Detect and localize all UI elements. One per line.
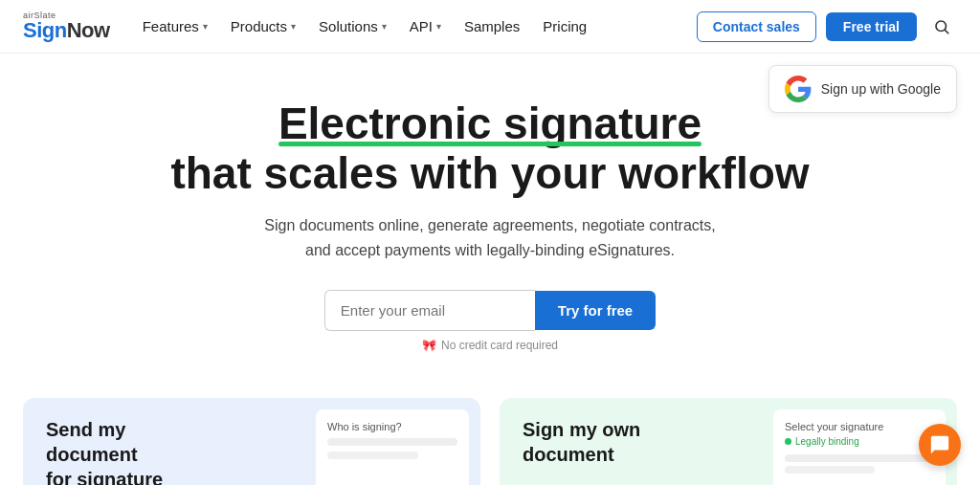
signature-input-line2	[785, 466, 875, 474]
who-is-signing-input2	[327, 452, 418, 459]
hero-title: Electronic signature that scales with yo…	[170, 99, 809, 198]
chevron-down-icon: ▾	[291, 21, 296, 32]
nav-item-samples[interactable]: Samples	[455, 12, 529, 40]
send-document-card[interactable]: Send my documentfor signature Who is sig…	[23, 398, 480, 485]
feature-cards: Send my documentfor signature Who is sig…	[0, 379, 980, 485]
signature-input-line	[785, 454, 934, 462]
search-button[interactable]	[926, 11, 957, 42]
select-signature-label: Select your signature	[785, 421, 934, 432]
hero-subtitle: Sign documents online, generate agreemen…	[251, 213, 729, 262]
nav-item-products[interactable]: Products ▾	[221, 12, 305, 40]
nav-item-pricing[interactable]: Pricing	[533, 12, 596, 40]
search-icon	[933, 18, 950, 35]
logo-signnow: SignNow	[23, 20, 110, 41]
green-dot-icon	[785, 438, 791, 445]
who-is-signing-input	[327, 438, 457, 446]
try-for-free-button[interactable]: Try for free	[535, 291, 656, 330]
google-signup-badge[interactable]: Sign up with Google	[768, 65, 957, 113]
nav-actions: Contact sales Free trial	[697, 11, 957, 42]
chat-button[interactable]	[919, 424, 961, 466]
chevron-down-icon: ▾	[436, 21, 441, 32]
who-is-signing-label: Who is signing?	[327, 421, 457, 432]
chevron-down-icon: ▾	[382, 21, 387, 32]
no-credit-text: No credit card required	[441, 339, 558, 352]
nav-item-api[interactable]: API ▾	[400, 12, 451, 40]
free-trial-button[interactable]: Free trial	[826, 12, 917, 41]
no-credit-card-notice: 🎀 No credit card required	[422, 339, 558, 352]
ribbon-icon: 🎀	[422, 339, 436, 352]
sign-own-document-card[interactable]: Sign my owndocument Select your signatur…	[500, 398, 957, 485]
google-icon	[785, 76, 812, 102]
navbar: airSlate SignNow Features ▾ Products ▾ S…	[0, 0, 980, 54]
hero-form: Try for free	[324, 290, 656, 331]
email-input[interactable]	[324, 290, 535, 331]
nav-links: Features ▾ Products ▾ Solutions ▾ API ▾ …	[133, 12, 697, 40]
logo[interactable]: airSlate SignNow	[23, 11, 110, 41]
card-right-title: Sign my owndocument	[523, 417, 695, 467]
chat-icon	[929, 434, 950, 455]
hero-title-line2: that scales with your workflow	[170, 148, 809, 199]
card-left-title: Send my documentfor signature	[46, 417, 218, 485]
nav-item-solutions[interactable]: Solutions ▾	[309, 12, 396, 40]
contact-sales-button[interactable]: Contact sales	[697, 11, 816, 42]
nav-item-features[interactable]: Features ▾	[133, 12, 217, 40]
legally-binding-badge: Legally binding	[785, 436, 934, 447]
legally-binding-text: Legally binding	[795, 436, 859, 447]
google-signup-label: Sign up with Google	[821, 81, 941, 97]
svg-line-1	[945, 30, 947, 33]
chevron-down-icon: ▾	[203, 21, 208, 32]
card-left-inner: Who is signing?	[316, 409, 469, 485]
hero-title-line1: Electronic signature	[278, 99, 702, 148]
